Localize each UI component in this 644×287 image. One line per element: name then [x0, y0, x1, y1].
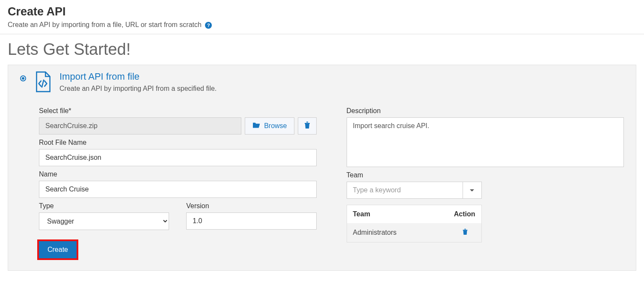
divider: [0, 34, 644, 34]
chevron-down-icon: [470, 189, 474, 191]
team-row-name: Administrators: [353, 229, 455, 236]
description-textarea[interactable]: Import search cruise API.: [347, 117, 624, 167]
remove-team-button[interactable]: [462, 228, 468, 237]
page-subtitle: Create an API by importing from a file, …: [8, 21, 636, 29]
import-card: Import API from file Create an API by im…: [8, 65, 636, 271]
clear-file-button[interactable]: [298, 117, 317, 135]
name-label: Name: [39, 170, 317, 178]
team-col-header-team: Team: [353, 210, 454, 218]
page-title: Create API: [8, 5, 636, 18]
lets-get-started-heading: Lets Get Started!: [8, 40, 636, 59]
browse-button[interactable]: Browse: [245, 117, 294, 135]
team-col-header-action: Action: [454, 210, 475, 218]
import-from-file-radio[interactable]: [20, 75, 26, 81]
page-subtitle-text: Create an API by importing from a file, …: [8, 21, 202, 28]
folder-open-icon: [252, 122, 261, 130]
table-row: Administrators: [347, 223, 481, 242]
team-dropdown-toggle[interactable]: [463, 182, 482, 199]
type-select[interactable]: Swagger: [39, 212, 169, 230]
team-table: Team Action Administrators: [347, 205, 482, 242]
version-label: Version: [186, 202, 316, 210]
version-input[interactable]: [186, 212, 316, 230]
selected-file-display: SearchCruise.zip: [39, 117, 241, 135]
description-label: Description: [347, 107, 624, 115]
root-file-label: Root File Name: [39, 139, 317, 146]
option-description: Create an API by importing API from a sp…: [59, 85, 217, 93]
team-label: Team: [347, 171, 624, 179]
option-title: Import API from file: [59, 71, 217, 82]
select-file-label: Select file*: [39, 107, 317, 115]
type-label: Type: [39, 202, 169, 210]
root-file-input[interactable]: [39, 149, 317, 166]
create-button[interactable]: Create: [39, 241, 77, 258]
team-keyword-input[interactable]: [347, 182, 463, 199]
help-icon[interactable]: ?: [205, 22, 212, 29]
trash-icon: [304, 121, 311, 131]
browse-button-label: Browse: [264, 122, 287, 130]
name-input[interactable]: [39, 181, 317, 198]
file-code-icon: [34, 71, 52, 95]
